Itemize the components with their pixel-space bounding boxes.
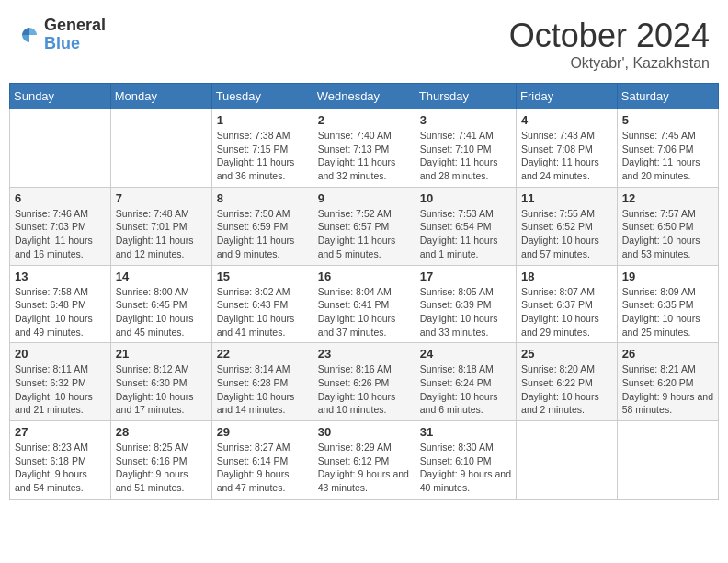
- calendar-cell: [517, 421, 618, 500]
- calendar-cell: 22Sunrise: 8:14 AMSunset: 6:28 PMDayligh…: [211, 343, 313, 421]
- calendar-header-row: SundayMondayTuesdayWednesdayThursdayFrid…: [10, 84, 719, 109]
- calendar-cell: 31Sunrise: 8:30 AMSunset: 6:10 PMDayligh…: [415, 421, 516, 500]
- calendar-cell: 30Sunrise: 8:29 AMSunset: 6:12 PMDayligh…: [313, 421, 415, 500]
- weekday-header: Sunday: [10, 84, 111, 109]
- calendar-cell: 7Sunrise: 7:48 AMSunset: 7:01 PMDaylight…: [110, 187, 211, 265]
- day-number: 27: [15, 425, 106, 439]
- day-number: 20: [15, 347, 106, 361]
- day-info: Sunrise: 8:05 AMSunset: 6:39 PMDaylight:…: [420, 285, 511, 339]
- month-title: October 2024: [509, 17, 710, 55]
- day-number: 31: [420, 425, 511, 439]
- day-number: 21: [116, 347, 207, 361]
- day-info: Sunrise: 7:50 AMSunset: 6:59 PMDaylight:…: [217, 207, 308, 261]
- weekday-header: Monday: [110, 84, 211, 109]
- day-number: 4: [521, 113, 612, 127]
- day-info: Sunrise: 7:48 AMSunset: 7:01 PMDaylight:…: [116, 207, 207, 261]
- calendar-cell: 15Sunrise: 8:02 AMSunset: 6:43 PMDayligh…: [211, 265, 313, 343]
- calendar-cell: 14Sunrise: 8:00 AMSunset: 6:45 PMDayligh…: [110, 265, 211, 343]
- day-info: Sunrise: 8:21 AMSunset: 6:20 PMDaylight:…: [622, 362, 713, 417]
- day-number: 13: [15, 270, 106, 283]
- calendar-cell: 17Sunrise: 8:05 AMSunset: 6:39 PMDayligh…: [415, 265, 516, 343]
- calendar-cell: 25Sunrise: 8:20 AMSunset: 6:22 PMDayligh…: [517, 343, 618, 421]
- day-number: 9: [318, 191, 410, 205]
- day-number: 23: [318, 347, 410, 361]
- day-number: 12: [622, 191, 713, 205]
- calendar-cell: 27Sunrise: 8:23 AMSunset: 6:18 PMDayligh…: [10, 421, 111, 500]
- day-number: 17: [420, 270, 511, 283]
- day-info: Sunrise: 8:30 AMSunset: 6:10 PMDaylight:…: [420, 441, 511, 495]
- calendar-cell: [10, 109, 111, 188]
- calendar-week-row: 6Sunrise: 7:46 AMSunset: 7:03 PMDaylight…: [10, 187, 719, 265]
- day-number: 2: [318, 113, 410, 127]
- day-info: Sunrise: 8:27 AMSunset: 6:14 PMDaylight:…: [217, 441, 308, 495]
- day-info: Sunrise: 8:04 AMSunset: 6:41 PMDaylight:…: [318, 285, 410, 339]
- calendar-week-row: 1Sunrise: 7:38 AMSunset: 7:15 PMDaylight…: [10, 109, 719, 188]
- calendar-cell: 20Sunrise: 8:11 AMSunset: 6:32 PMDayligh…: [10, 343, 111, 421]
- location-subtitle: Oktyabr', Kazakhstan: [509, 55, 710, 72]
- calendar-cell: 13Sunrise: 7:58 AMSunset: 6:48 PMDayligh…: [10, 265, 111, 343]
- day-info: Sunrise: 8:23 AMSunset: 6:18 PMDaylight:…: [15, 441, 106, 495]
- title-block: October 2024 Oktyabr', Kazakhstan: [509, 17, 710, 72]
- weekday-header: Thursday: [415, 84, 516, 109]
- day-info: Sunrise: 7:38 AMSunset: 7:15 PMDaylight:…: [217, 129, 308, 183]
- day-number: 18: [521, 270, 612, 283]
- day-number: 3: [420, 113, 511, 127]
- page-header: General Blue October 2024 Oktyabr', Kaza…: [9, 9, 719, 83]
- day-info: Sunrise: 7:55 AMSunset: 6:52 PMDaylight:…: [521, 207, 612, 261]
- day-number: 28: [116, 425, 207, 439]
- calendar-cell: 23Sunrise: 8:16 AMSunset: 6:26 PMDayligh…: [313, 343, 415, 421]
- calendar-cell: 19Sunrise: 8:09 AMSunset: 6:35 PMDayligh…: [617, 265, 718, 343]
- calendar-cell: 21Sunrise: 8:12 AMSunset: 6:30 PMDayligh…: [110, 343, 211, 421]
- day-info: Sunrise: 8:14 AMSunset: 6:28 PMDaylight:…: [217, 362, 308, 417]
- calendar-cell: 12Sunrise: 7:57 AMSunset: 6:50 PMDayligh…: [617, 187, 718, 265]
- day-number: 11: [521, 191, 612, 205]
- day-info: Sunrise: 7:53 AMSunset: 6:54 PMDaylight:…: [420, 207, 511, 261]
- day-info: Sunrise: 8:20 AMSunset: 6:22 PMDaylight:…: [521, 362, 612, 417]
- weekday-header: Wednesday: [313, 84, 415, 109]
- day-info: Sunrise: 7:46 AMSunset: 7:03 PMDaylight:…: [15, 207, 106, 261]
- calendar-cell: 4Sunrise: 7:43 AMSunset: 7:08 PMDaylight…: [517, 109, 618, 188]
- weekday-header: Saturday: [617, 84, 718, 109]
- weekday-header: Friday: [517, 84, 618, 109]
- calendar-cell: [110, 109, 211, 188]
- day-number: 24: [420, 347, 511, 361]
- logo: General Blue: [18, 17, 106, 53]
- calendar-cell: 11Sunrise: 7:55 AMSunset: 6:52 PMDayligh…: [517, 187, 618, 265]
- calendar-cell: 10Sunrise: 7:53 AMSunset: 6:54 PMDayligh…: [415, 187, 516, 265]
- day-info: Sunrise: 8:09 AMSunset: 6:35 PMDaylight:…: [622, 285, 713, 339]
- day-info: Sunrise: 7:57 AMSunset: 6:50 PMDaylight:…: [622, 207, 713, 261]
- day-info: Sunrise: 8:00 AMSunset: 6:45 PMDaylight:…: [116, 285, 207, 339]
- day-info: Sunrise: 8:07 AMSunset: 6:37 PMDaylight:…: [521, 285, 612, 339]
- calendar-cell: 29Sunrise: 8:27 AMSunset: 6:14 PMDayligh…: [211, 421, 313, 500]
- day-info: Sunrise: 8:12 AMSunset: 6:30 PMDaylight:…: [116, 362, 207, 417]
- logo-icon: [18, 24, 40, 46]
- day-number: 6: [15, 191, 106, 205]
- day-info: Sunrise: 7:58 AMSunset: 6:48 PMDaylight:…: [15, 285, 106, 339]
- day-number: 29: [217, 425, 308, 439]
- weekday-header: Tuesday: [211, 84, 313, 109]
- calendar-cell: 5Sunrise: 7:45 AMSunset: 7:06 PMDaylight…: [617, 109, 718, 188]
- day-number: 5: [622, 113, 713, 127]
- calendar-week-row: 20Sunrise: 8:11 AMSunset: 6:32 PMDayligh…: [10, 343, 719, 421]
- day-number: 22: [217, 347, 308, 361]
- day-number: 16: [318, 270, 410, 283]
- calendar-table: SundayMondayTuesdayWednesdayThursdayFrid…: [9, 83, 719, 500]
- day-info: Sunrise: 8:16 AMSunset: 6:26 PMDaylight:…: [318, 362, 410, 417]
- calendar-cell: 26Sunrise: 8:21 AMSunset: 6:20 PMDayligh…: [617, 343, 718, 421]
- calendar-cell: 16Sunrise: 8:04 AMSunset: 6:41 PMDayligh…: [313, 265, 415, 343]
- day-info: Sunrise: 8:02 AMSunset: 6:43 PMDaylight:…: [217, 285, 308, 339]
- calendar-cell: 28Sunrise: 8:25 AMSunset: 6:16 PMDayligh…: [110, 421, 211, 500]
- calendar-week-row: 27Sunrise: 8:23 AMSunset: 6:18 PMDayligh…: [10, 421, 719, 500]
- day-number: 25: [521, 347, 612, 361]
- day-info: Sunrise: 8:18 AMSunset: 6:24 PMDaylight:…: [420, 362, 511, 417]
- calendar-cell: 3Sunrise: 7:41 AMSunset: 7:10 PMDaylight…: [415, 109, 516, 188]
- calendar-cell: 24Sunrise: 8:18 AMSunset: 6:24 PMDayligh…: [415, 343, 516, 421]
- calendar-cell: 9Sunrise: 7:52 AMSunset: 6:57 PMDaylight…: [313, 187, 415, 265]
- calendar-cell: 6Sunrise: 7:46 AMSunset: 7:03 PMDaylight…: [10, 187, 111, 265]
- calendar-week-row: 13Sunrise: 7:58 AMSunset: 6:48 PMDayligh…: [10, 265, 719, 343]
- day-info: Sunrise: 7:40 AMSunset: 7:13 PMDaylight:…: [318, 129, 410, 183]
- calendar-cell: 2Sunrise: 7:40 AMSunset: 7:13 PMDaylight…: [313, 109, 415, 188]
- day-info: Sunrise: 7:41 AMSunset: 7:10 PMDaylight:…: [420, 129, 511, 183]
- day-info: Sunrise: 7:45 AMSunset: 7:06 PMDaylight:…: [622, 129, 713, 183]
- day-number: 14: [116, 270, 207, 283]
